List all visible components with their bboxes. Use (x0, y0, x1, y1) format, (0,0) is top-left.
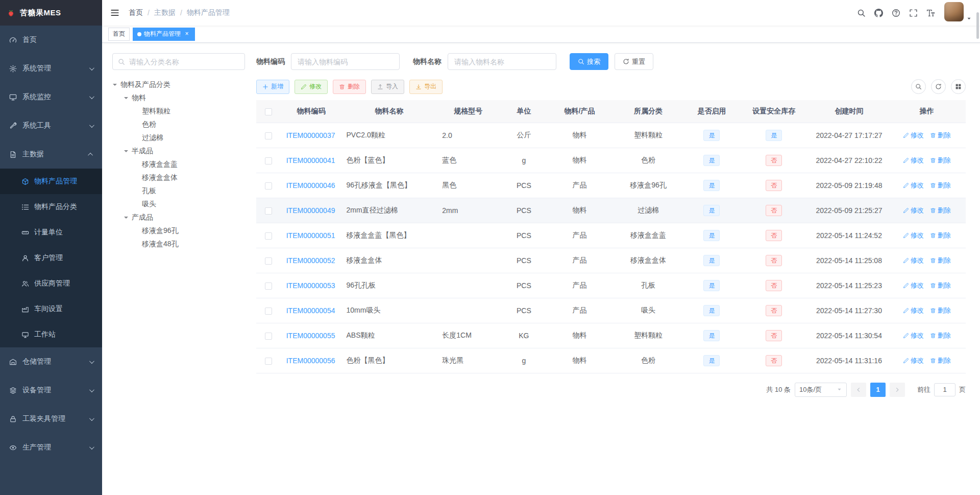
delete-link[interactable]: 删除 (930, 181, 951, 190)
edit-link[interactable]: 修改 (903, 231, 924, 240)
table-row[interactable]: ITEM0000004696孔移液盒【黑色】黑色PCS产品移液盒96孔是否202… (256, 173, 966, 198)
tree-node[interactable]: 物料及产品分类 (112, 78, 245, 91)
delete-link[interactable]: 删除 (930, 156, 951, 165)
sidebar-item-system-monitor[interactable]: 系统监控 (0, 83, 102, 111)
item-code-link[interactable]: ITEM00000053 (286, 281, 335, 290)
tree-node[interactable]: 塑料颗粒 (112, 105, 245, 118)
filter-name-input[interactable] (448, 53, 556, 70)
edit-link[interactable]: 修改 (903, 281, 924, 290)
toggle-search-button[interactable] (911, 79, 926, 94)
row-checkbox[interactable] (265, 207, 272, 215)
user-menu[interactable] (944, 2, 972, 23)
edit-link[interactable]: 修改 (903, 181, 924, 190)
sidebar-item-equipment-management[interactable]: 设备管理 (0, 376, 102, 405)
delete-link[interactable]: 删除 (930, 256, 951, 265)
caret-expanded-icon[interactable] (124, 217, 128, 221)
tree-node[interactable]: 移液盒48孔 (112, 238, 245, 251)
sidebar-item-system-management[interactable]: 系统管理 (0, 54, 102, 83)
item-code-link[interactable]: ITEM00000054 (286, 307, 335, 315)
sidebar-item-material-product-category[interactable]: 物料产品分类 (0, 194, 102, 220)
sidebar-item-home[interactable]: 首页 (0, 26, 102, 54)
import-button[interactable]: 导入 (371, 80, 404, 94)
delete-link[interactable]: 删除 (930, 231, 951, 240)
edit-link[interactable]: 修改 (903, 156, 924, 165)
fullscreen-button[interactable] (904, 0, 922, 26)
table-row[interactable]: ITEM00000052移液盒盒体PCS产品移液盒盒体是否2022-05-14 … (256, 248, 966, 273)
app-logo[interactable]: 苦糖果MES (0, 0, 102, 26)
item-code-link[interactable]: ITEM00000046 (286, 181, 335, 190)
sidebar-item-material-product-management[interactable]: 物料产品管理 (0, 169, 102, 194)
next-page-button[interactable] (890, 383, 905, 397)
filter-code-input[interactable] (291, 53, 400, 70)
tab-home[interactable]: 首页 (108, 28, 130, 41)
table-row[interactable]: ITEM00000056色粉【黑色】珠光黑g物料色粉是否2022-05-14 1… (256, 348, 966, 373)
github-button[interactable] (870, 0, 887, 26)
reset-button[interactable]: 重置 (615, 53, 653, 70)
tree-node[interactable]: 移液盒盒体 (112, 171, 245, 184)
sidebar-item-measure-unit[interactable]: 计量单位 (0, 220, 102, 245)
row-checkbox[interactable] (265, 308, 272, 315)
scrollbar-thumb[interactable] (976, 12, 979, 39)
delete-button[interactable]: 删除 (333, 80, 366, 94)
tab-material-product-management[interactable]: 物料产品管理× (133, 28, 195, 41)
table-row[interactable]: ITEM00000051移液盒盒盖【黑色】PCS产品移液盒盒盖是否2022-05… (256, 223, 966, 248)
row-checkbox[interactable] (265, 333, 272, 340)
edit-button[interactable]: 修改 (295, 80, 328, 94)
caret-expanded-icon[interactable] (124, 150, 128, 154)
add-button[interactable]: 新增 (256, 80, 289, 94)
edit-link[interactable]: 修改 (903, 131, 924, 140)
row-checkbox[interactable] (265, 132, 272, 139)
page-size-select[interactable]: 10条/页 (795, 383, 847, 397)
table-row[interactable]: ITEM00000055ABS颗粒长度1CMKG物料塑料颗粒是否2022-05-… (256, 323, 966, 348)
row-checkbox[interactable] (265, 157, 272, 164)
item-code-link[interactable]: ITEM00000049 (286, 206, 335, 215)
delete-link[interactable]: 删除 (930, 331, 951, 340)
tree-node[interactable]: 移液盒盒盖 (112, 158, 245, 171)
delete-link[interactable]: 删除 (930, 306, 951, 315)
sidebar-item-workshop-settings[interactable]: 车间设置 (0, 296, 102, 322)
tree-node[interactable]: 物料 (112, 91, 245, 105)
item-code-link[interactable]: ITEM00000041 (286, 156, 335, 164)
sidebar-toggle-button[interactable] (102, 0, 128, 26)
item-code-link[interactable]: ITEM00000055 (286, 332, 335, 340)
export-button[interactable]: 导出 (409, 80, 443, 94)
delete-link[interactable]: 删除 (930, 281, 951, 290)
sidebar-item-customer-management[interactable]: 客户管理 (0, 245, 102, 271)
goto-page-input[interactable] (934, 383, 955, 396)
item-code-link[interactable]: ITEM00000037 (286, 131, 335, 139)
sidebar-item-production-management[interactable]: 生产管理 (0, 433, 102, 462)
table-row[interactable]: ITEM000000492mm直径过滤棉2mmPCS物料过滤棉是否2022-05… (256, 198, 966, 223)
refresh-button[interactable] (931, 79, 946, 94)
breadcrumb-item[interactable]: 首页 (129, 8, 143, 17)
caret-expanded-icon[interactable] (113, 84, 117, 88)
table-row[interactable]: ITEM00000041色粉【蓝色】蓝色g物料色粉是否2022-04-27 22… (256, 148, 966, 173)
prev-page-button[interactable] (851, 383, 866, 397)
row-checkbox[interactable] (265, 257, 272, 265)
row-checkbox[interactable] (265, 282, 272, 290)
sidebar-item-warehouse-management[interactable]: 仓储管理 (0, 347, 102, 376)
help-button[interactable] (887, 0, 904, 26)
tree-node[interactable]: 过滤棉 (112, 131, 245, 145)
select-all-checkbox[interactable] (265, 108, 272, 115)
table-row[interactable]: ITEM00000037PVC2.0颗粒2.0公斤物料塑料颗粒是是2022-04… (256, 123, 966, 148)
table-row[interactable]: ITEM0000005396孔孔板PCS产品孔板是否2022-05-14 11:… (256, 273, 966, 298)
search-button[interactable]: 搜索 (570, 53, 608, 70)
edit-link[interactable]: 修改 (903, 206, 924, 215)
delete-link[interactable]: 删除 (930, 131, 951, 140)
search-button[interactable] (852, 0, 870, 26)
tree-node[interactable]: 色粉 (112, 118, 245, 131)
tree-node[interactable]: 产成品 (112, 211, 245, 224)
sidebar-item-workstation[interactable]: 工作站 (0, 322, 102, 347)
item-code-link[interactable]: ITEM00000056 (286, 357, 335, 365)
row-checkbox[interactable] (265, 182, 272, 190)
tree-node[interactable]: 孔板 (112, 184, 245, 198)
tree-node[interactable]: 半成品 (112, 145, 245, 158)
page-number-button[interactable]: 1 (870, 383, 886, 397)
edit-link[interactable]: 修改 (903, 306, 924, 315)
edit-link[interactable]: 修改 (903, 356, 924, 365)
sidebar-item-supplier-management[interactable]: 供应商管理 (0, 271, 102, 296)
edit-link[interactable]: 修改 (903, 256, 924, 265)
row-checkbox[interactable] (265, 232, 272, 240)
delete-link[interactable]: 删除 (930, 356, 951, 365)
tree-node[interactable]: 吸头 (112, 198, 245, 211)
